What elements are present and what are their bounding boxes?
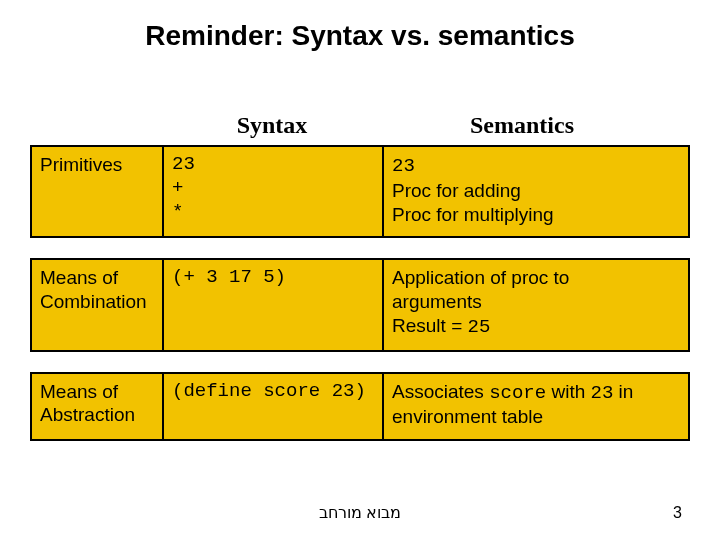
row-semantics: Associates score with 23 in environment … bbox=[384, 374, 664, 440]
page-number: 3 bbox=[673, 504, 682, 522]
column-header-syntax: Syntax bbox=[162, 112, 382, 139]
row-syntax: (+ 3 17 5) bbox=[164, 260, 384, 349]
row-label: Means of Combination bbox=[32, 260, 164, 349]
row-semantics: Application of proc to argumentsResult =… bbox=[384, 260, 664, 349]
row-syntax: 23 + * bbox=[164, 147, 384, 236]
slide-title: Reminder: Syntax vs. semantics bbox=[30, 20, 690, 52]
footer-center: מבוא מורחב bbox=[0, 503, 720, 522]
row-semantics: 23Proc for addingProc for multiplying bbox=[384, 147, 664, 236]
row-label: Primitives bbox=[32, 147, 164, 236]
row-syntax: (define score 23) bbox=[164, 374, 384, 440]
column-header-semantics: Semantics bbox=[382, 112, 662, 139]
column-headers: Syntax Semantics bbox=[30, 112, 690, 139]
column-spacer bbox=[30, 112, 162, 139]
slide: Reminder: Syntax vs. semantics Syntax Se… bbox=[0, 0, 720, 540]
row-label: Means of Abstraction bbox=[32, 374, 164, 440]
table-row: Primitives 23 + * 23Proc for addingProc … bbox=[30, 145, 690, 238]
table-row: Means of Combination (+ 3 17 5) Applicat… bbox=[30, 258, 690, 351]
table-row: Means of Abstraction (define score 23) A… bbox=[30, 372, 690, 442]
